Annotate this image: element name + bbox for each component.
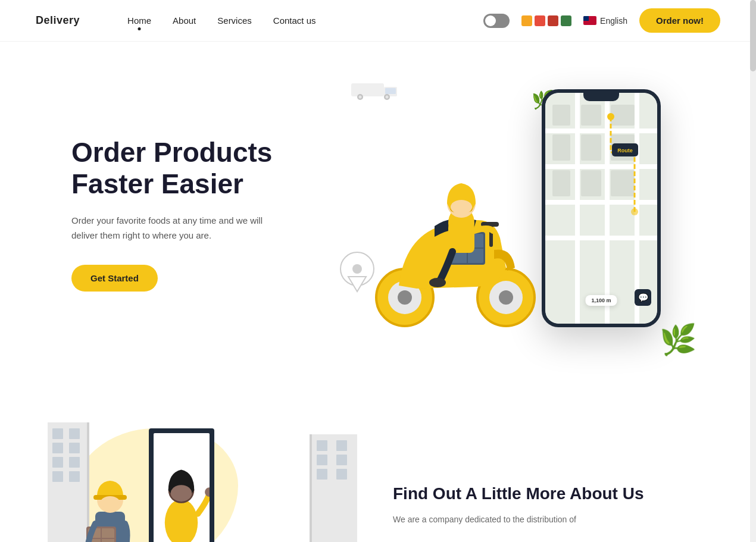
window-cell — [336, 455, 347, 465]
window-grid-right — [312, 434, 357, 485]
svg-text:Route: Route — [617, 148, 633, 153]
scrollbar-thumb[interactable] — [750, 0, 756, 71]
svg-rect-3 — [351, 83, 384, 96]
delivery-scene — [48, 422, 357, 542]
phone-notch — [583, 93, 619, 101]
phone-screen: Route 1,100 m 💬 — [545, 93, 657, 324]
svg-point-12 — [398, 290, 412, 305]
about-text: Find Out A Little More About Us We are a… — [357, 484, 708, 527]
hero-section: Order Products Faster Easier Order your … — [0, 42, 756, 387]
order-now-button[interactable]: Order now! — [639, 8, 720, 33]
nav-services[interactable]: Services — [217, 15, 252, 26]
navbar: Delivery Home About Services Contact us … — [0, 0, 756, 42]
scrollbar[interactable] — [750, 0, 756, 542]
svg-point-8 — [359, 96, 362, 99]
map-chat-icon: 💬 — [635, 289, 651, 306]
nav-home[interactable]: Home — [127, 15, 151, 26]
theme-toggle[interactable] — [483, 14, 510, 28]
delivery-person-svg — [80, 452, 140, 542]
person-inside-svg — [154, 433, 210, 542]
about-title: Find Out A Little More About Us — [393, 484, 708, 503]
hero-title: Order Products Faster Easier — [71, 137, 321, 200]
nav-contact[interactable]: Contact us — [273, 15, 316, 26]
window-cell — [69, 428, 80, 439]
lang-label: English — [600, 16, 627, 26]
window-cell — [317, 455, 327, 465]
window-cell — [69, 471, 80, 482]
swatch-yellow[interactable] — [521, 15, 532, 26]
window-cell — [52, 443, 63, 453]
svg-point-9 — [386, 96, 389, 99]
window-cell — [317, 469, 327, 480]
window-cell — [52, 471, 63, 482]
logo[interactable]: Delivery — [36, 14, 80, 27]
about-illustration — [48, 422, 357, 542]
nav-right: English Order now! — [483, 8, 720, 33]
building-right — [310, 434, 357, 542]
about-desc: We are a company dedicated to the distri… — [393, 513, 708, 527]
swatch-red[interactable] — [535, 15, 545, 26]
svg-point-28 — [631, 208, 638, 215]
phone-map: Route 1,100 m 💬 — [545, 93, 657, 324]
nav-about[interactable]: About — [173, 15, 196, 26]
door-frame — [149, 428, 214, 542]
lang-selector[interactable]: English — [583, 16, 627, 26]
svg-point-33 — [171, 485, 192, 502]
window-cell — [317, 440, 327, 451]
svg-point-26 — [429, 278, 446, 287]
window-cell — [52, 457, 63, 468]
svg-point-15 — [499, 290, 513, 305]
hero-subtitle: Order your favorite foods at any time an… — [71, 213, 274, 243]
svg-point-31 — [165, 499, 198, 542]
color-swatches — [521, 15, 571, 26]
truck-icon — [351, 77, 399, 101]
phone-mockup: Route 1,100 m 💬 — [542, 89, 661, 327]
svg-point-25 — [451, 200, 472, 214]
nav-links: Home About Services Contact us — [127, 15, 483, 26]
window-cell — [336, 469, 347, 480]
hero-illustration: 🌿 — [321, 77, 708, 351]
svg-point-38 — [101, 496, 120, 508]
svg-point-27 — [607, 113, 614, 120]
flag-icon — [583, 16, 596, 25]
about-section: Find Out A Little More About Us We are a… — [0, 387, 756, 542]
get-started-button[interactable]: Get Started — [71, 265, 158, 292]
window-cell — [69, 457, 80, 468]
leaf-right-icon: 🌿 — [660, 322, 696, 357]
window-cell — [69, 443, 80, 453]
hero-text: Order Products Faster Easier Order your … — [71, 137, 321, 292]
map-distance-badge: 1,100 m — [585, 295, 617, 306]
window-cell — [52, 428, 63, 439]
svg-point-34 — [205, 487, 210, 497]
swatch-green[interactable] — [561, 15, 571, 26]
window-cell — [336, 440, 347, 451]
swatch-red2[interactable] — [548, 15, 558, 26]
svg-rect-5 — [385, 88, 396, 94]
scooter-icon — [357, 143, 548, 333]
door-inner — [154, 433, 210, 542]
